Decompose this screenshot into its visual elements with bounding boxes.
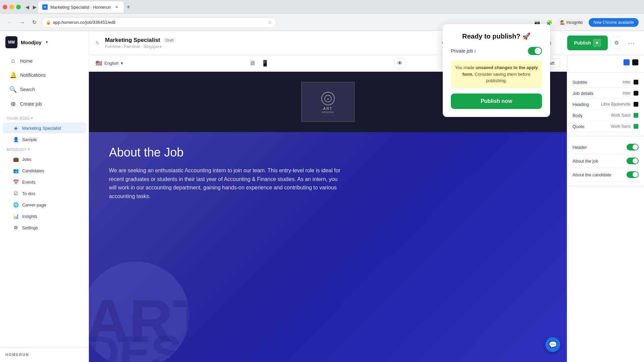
chat-support-icon[interactable]: 💬	[545, 337, 560, 352]
topbar-actions: Publish ▼ ⚙ ⋯	[567, 36, 637, 50]
font-color-body[interactable]	[633, 113, 639, 118]
org-switcher[interactable]: MM Moodjoy ▼	[0, 31, 89, 51]
active-tab[interactable]: H Marketing Specialist · Homerun ✕	[38, 1, 124, 13]
your-jobs-section: Your jobs ▾	[0, 114, 89, 122]
sidebar-item-sample[interactable]: 👤 Sample	[3, 134, 86, 145]
main-content: ↻ Marketing Specialist Draft Full-time /…	[89, 31, 644, 362]
sidebar-item-settings[interactable]: ⚙ Settings	[3, 222, 86, 233]
sidebar-footer: HOMERUN	[0, 347, 89, 362]
tab-close-button[interactable]: ✕	[114, 4, 120, 10]
about-candidate-toggle[interactable]	[627, 171, 639, 178]
sidebar: MM Moodjoy ▼ ⌂ Home 🔔 Notifications 🔍 Se…	[0, 31, 89, 362]
design-text: DESIGN	[321, 111, 335, 114]
maximize-button[interactable]	[16, 5, 21, 9]
bell-icon: 🔔	[9, 71, 17, 79]
header-toggle[interactable]	[627, 144, 639, 150]
font-color-job-details[interactable]	[633, 90, 639, 96]
settings-button[interactable]: ⚙	[610, 37, 623, 49]
language-selector[interactable]: 🇺🇸 English ▾	[96, 60, 123, 66]
font-color-heading[interactable]	[633, 102, 639, 107]
warning-bold: unsaved changes to the apply form.	[463, 65, 538, 77]
sidebar-label-to-dos: To-dos	[22, 191, 35, 196]
org-name: Moodjoy	[21, 40, 42, 45]
refresh-button[interactable]: ↻	[30, 18, 39, 27]
font-color-quote[interactable]	[633, 124, 639, 129]
fonts-section: Subtitle Inter Job details Inter Heading…	[567, 73, 644, 136]
events-icon: 📅	[13, 179, 19, 185]
tab-next-arrow[interactable]: ▶	[31, 3, 38, 11]
forward-button[interactable]: →	[17, 18, 27, 27]
font-row-heading: Heading Libre Baskerville	[573, 99, 639, 110]
close-button[interactable]	[3, 5, 7, 9]
jobs-icon: 💼	[13, 157, 19, 162]
sidebar-item-career-page[interactable]: 🌐 Career page	[3, 199, 86, 210]
topbar: ↻ Marketing Specialist Draft Full-time /…	[89, 31, 644, 55]
job-title-row: Marketing Specialist Draft	[105, 37, 176, 44]
sidebar-item-jobs[interactable]: 💼 Jobs	[3, 154, 86, 165]
search-icon: 🔍	[9, 86, 17, 93]
topbar-refresh-icon[interactable]: ↻	[96, 40, 100, 46]
publish-now-button[interactable]: Publish now	[451, 94, 542, 109]
info-icon[interactable]: ℹ	[474, 49, 476, 54]
font-label-heading: Heading	[573, 102, 601, 107]
sidebar-item-candidates[interactable]: 👥 Candidates	[3, 165, 86, 176]
sidebar-label-create-job: Create job	[20, 101, 42, 107]
sidebar-label-sample: Sample	[22, 137, 37, 142]
sample-icon: 👤	[13, 137, 19, 142]
private-job-toggle[interactable]	[528, 47, 542, 55]
job-title: Marketing Specialist	[105, 37, 160, 44]
font-name-job-details: Inter	[623, 91, 631, 96]
font-color-subtitle[interactable]	[633, 79, 639, 85]
sidebar-label-career-page: Career page	[22, 202, 46, 207]
sidebar-item-events[interactable]: 📅 Events	[3, 177, 86, 187]
sidebar-label-home: Home	[20, 58, 33, 64]
browser-controls	[3, 5, 21, 9]
new-chrome-button[interactable]: New Chrome available	[589, 18, 639, 27]
color-dot-blue[interactable]	[623, 59, 630, 66]
toggle-knob-about-job	[633, 158, 638, 164]
sidebar-item-marketing-specialist[interactable]: ◈ Marketing Specialist	[3, 123, 86, 133]
minimize-button[interactable]	[9, 5, 14, 9]
about-job-title: About the Job	[109, 145, 547, 160]
publish-popup: Ready to publish? 🚀 Private job ℹ You ma…	[443, 24, 550, 117]
color-section	[567, 55, 644, 73]
sidebar-label-search: Search	[20, 87, 35, 92]
color-dot-black[interactable]	[632, 59, 639, 66]
sections-toggle-section: Header About the job About	[567, 136, 644, 186]
more-button[interactable]: ⋯	[625, 37, 637, 49]
sidebar-item-to-dos[interactable]: ☑ To-dos	[3, 188, 86, 199]
font-label-job-details: Job details	[573, 91, 623, 96]
private-job-text: Private job	[451, 48, 473, 54]
publish-button[interactable]: Publish ▼	[567, 36, 608, 50]
sidebar-item-create-job[interactable]: ⊕ Create job	[3, 97, 86, 111]
new-tab-button[interactable]: +	[124, 2, 133, 12]
font-label-subtitle: Subtitle	[573, 80, 623, 85]
back-button[interactable]: ←	[5, 18, 15, 27]
bookmark-icon[interactable]: ☆	[268, 20, 272, 25]
insights-icon: 📊	[13, 214, 19, 219]
sidebar-item-notifications[interactable]: 🔔 Notifications	[3, 68, 86, 82]
preview-eye-button[interactable]: 👁	[394, 58, 406, 69]
desktop-view-button[interactable]: 🖥	[247, 58, 258, 69]
your-jobs-chevron-icon: ▾	[31, 116, 33, 120]
toggle-row-header: Header	[573, 140, 639, 154]
sidebar-item-insights[interactable]: 📊 Insights	[3, 211, 86, 222]
font-name-quote: Work Sans	[611, 124, 631, 129]
about-job-toggle[interactable]	[627, 158, 639, 164]
font-row-job-details: Job details Inter	[573, 88, 639, 99]
job-title-area: Marketing Specialist Draft Full-time / P…	[105, 37, 176, 49]
device-buttons: 🖥 📱	[247, 58, 271, 69]
mobile-view-button[interactable]: 📱	[259, 58, 271, 69]
tab-prev-arrow[interactable]: ◀	[23, 3, 31, 11]
sidebar-item-search[interactable]: 🔍 Search	[3, 82, 86, 97]
career-page-icon: 🌐	[13, 202, 19, 207]
content-area: 🇺🇸 English ▾ 🖥 📱 👁 Save draft	[89, 55, 644, 362]
sidebar-item-home[interactable]: ⌂ Home	[3, 54, 86, 68]
language-label: English	[104, 61, 119, 66]
address-bar[interactable]: 🔒 app.homerun.co/job/336451/edit ☆	[42, 17, 276, 28]
incognito-badge[interactable]: 🕵 Incognito	[557, 19, 586, 26]
incognito-icon: 🕵	[560, 20, 565, 25]
home-icon: ⌂	[9, 57, 17, 64]
flag-icon: 🇺🇸	[96, 60, 102, 66]
publish-chevron-icon[interactable]: ▼	[593, 39, 601, 47]
